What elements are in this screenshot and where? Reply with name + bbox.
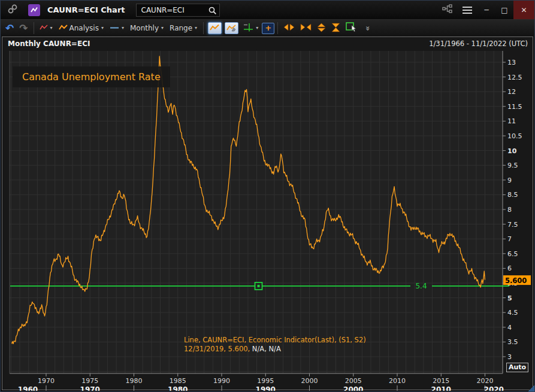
expand-vertical-icon — [317, 23, 326, 34]
level-lines-icon — [243, 22, 253, 34]
period-dropdown[interactable]: Monthly ▾ — [128, 23, 167, 34]
svg-text:11: 11 — [507, 117, 516, 125]
menu-button[interactable] — [457, 1, 477, 19]
analysis-label: Analysis — [69, 24, 99, 32]
svg-text:7: 7 — [507, 235, 512, 243]
svg-text:2020: 2020 — [484, 385, 504, 391]
svg-text:12.5: 12.5 — [507, 74, 522, 81]
svg-text:2000: 2000 — [301, 377, 318, 385]
toolbar-separator — [203, 22, 204, 34]
hourglass-icon — [331, 23, 340, 34]
svg-text:1980: 1980 — [126, 377, 143, 385]
search-icon[interactable] — [208, 6, 217, 17]
chart-hand-icon — [226, 23, 237, 34]
svg-text:2000: 2000 — [343, 385, 363, 391]
expand-horizontal-button[interactable] — [281, 22, 297, 34]
svg-text:4: 4 — [507, 324, 512, 332]
svg-text:3.5: 3.5 — [507, 338, 518, 346]
svg-text:5: 5 — [507, 294, 512, 302]
svg-text:6: 6 — [507, 265, 512, 272]
chevron-down-icon: ▾ — [161, 26, 164, 31]
legend-line1: Line, CAUNR=ECI, Economic Indicator(Last… — [184, 336, 366, 345]
svg-text:1990: 1990 — [256, 385, 276, 391]
svg-text:8.5: 8.5 — [507, 191, 518, 199]
chart-toolbar: ↶ ↷ ▾ Analysis ▾ ▾ Monthly ▾ R — [1, 20, 534, 37]
maximize-button[interactable]: □ — [495, 1, 513, 19]
svg-text:3: 3 — [507, 353, 512, 361]
chart-panel: Monthly CAUNR=ECI 1/31/1966 - 11/1/2022 … — [2, 37, 533, 390]
chart-app-icon — [28, 4, 40, 16]
svg-text:1970: 1970 — [38, 377, 55, 385]
collapse-horizontal-button[interactable] — [298, 22, 314, 34]
chevron-down-icon: ▾ — [194, 26, 198, 31]
undo-button[interactable]: ↶ — [3, 22, 16, 35]
svg-text:4.5: 4.5 — [507, 309, 518, 317]
add-panel-button[interactable]: + — [262, 23, 274, 34]
chart-edit-button[interactable] — [225, 22, 238, 34]
org-chart-icon — [442, 4, 452, 16]
expand-horizontal-icon — [283, 23, 295, 33]
app-window: CAUNR=ECI Chart — [0, 0, 535, 392]
range-dropdown[interactable]: Range ▾ — [167, 23, 200, 34]
svg-text:9: 9 — [507, 177, 512, 184]
svg-text:2010: 2010 — [389, 377, 406, 385]
close-button[interactable]: ✕ — [513, 1, 534, 19]
line-style-button[interactable]: ▾ — [37, 23, 56, 34]
chevron-down-icon: ▾ — [50, 26, 53, 31]
legend-na-values: N/A, N/A — [250, 345, 281, 353]
svg-text:12: 12 — [507, 88, 516, 96]
range-label: Range — [170, 24, 192, 32]
orange-zigzag-icon — [59, 24, 68, 32]
toolbar-separator — [34, 22, 34, 34]
svg-text:1990: 1990 — [213, 377, 230, 385]
svg-text:1995: 1995 — [257, 377, 274, 385]
expand-vertical-button[interactable] — [315, 22, 328, 35]
svg-text:9.5: 9.5 — [507, 162, 518, 169]
series-legend[interactable]: Line, CAUNR=ECI, Economic Indicator(Last… — [184, 336, 366, 354]
window-title: CAUNR=ECI Chart — [47, 5, 125, 14]
legend-line2: 12/31/2019, 5.600, N/A, N/A — [184, 345, 366, 354]
minimize-button[interactable]: ─ — [477, 1, 495, 19]
add-level-button[interactable]: ▾ — [240, 21, 261, 35]
collapse-horizontal-icon — [300, 23, 312, 33]
chart-view-button[interactable] — [208, 22, 222, 34]
hamburger-menu-icon — [463, 7, 472, 8]
selection-box-icon — [346, 22, 358, 34]
chevron-more-icon: » — [364, 26, 373, 31]
plus-icon: + — [265, 25, 271, 32]
title-bar: CAUNR=ECI Chart — [1, 1, 534, 20]
svg-text:10: 10 — [507, 147, 517, 155]
svg-text:8: 8 — [507, 206, 512, 214]
svg-text:11.5: 11.5 — [507, 103, 522, 111]
org-chart-button[interactable] — [437, 1, 457, 19]
chart-title: Canada Unemployment Rate — [13, 66, 170, 87]
svg-text:2010: 2010 — [431, 385, 451, 391]
chain-link-icon — [8, 4, 17, 16]
chevron-down-icon: ▾ — [101, 26, 104, 31]
svg-text:5.600: 5.600 — [505, 276, 527, 285]
symbol-search[interactable] — [136, 4, 220, 17]
svg-text:1975: 1975 — [81, 377, 98, 385]
analysis-button[interactable]: Analysis ▾ — [56, 23, 107, 34]
period-label: Monthly — [130, 24, 159, 32]
red-zigzag-icon — [40, 24, 48, 32]
collapse-vertical-button[interactable] — [329, 22, 343, 35]
svg-text:2020: 2020 — [477, 377, 494, 385]
svg-text:10.5: 10.5 — [507, 132, 522, 140]
svg-text:1960: 1960 — [18, 385, 38, 391]
blue-line-icon — [110, 24, 119, 32]
svg-text:13: 13 — [507, 59, 516, 66]
redo-button[interactable]: ↷ — [17, 22, 30, 35]
line-type-button[interactable]: ▾ — [107, 23, 127, 34]
svg-text:2015: 2015 — [433, 377, 449, 385]
link-channel-button[interactable] — [5, 3, 20, 17]
chart-line-icon — [210, 23, 220, 34]
resize-grip[interactable] — [527, 384, 534, 391]
chevron-down-icon: ▾ — [121, 26, 125, 31]
zoom-select-button[interactable] — [343, 21, 360, 35]
toolbar-separator — [277, 22, 278, 34]
more-tools-button[interactable]: » — [363, 23, 373, 34]
svg-text:1980: 1980 — [168, 385, 188, 391]
symbol-search-input[interactable] — [136, 4, 220, 17]
auto-scale-button[interactable]: Auto — [506, 363, 528, 372]
